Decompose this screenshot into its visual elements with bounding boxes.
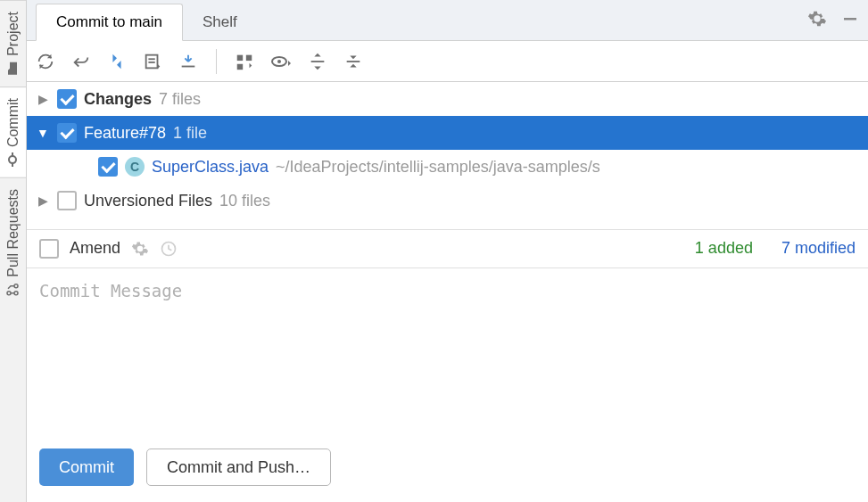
checkbox-file[interactable] xyxy=(98,157,118,177)
pull-request-icon xyxy=(6,283,21,297)
node-count: 7 files xyxy=(159,90,201,109)
diff-icon xyxy=(107,52,127,71)
collapse-icon xyxy=(343,52,363,71)
svg-rect-11 xyxy=(237,54,243,60)
file-name: SuperClass.java xyxy=(152,158,269,177)
settings-button[interactable] xyxy=(807,9,827,29)
chevron-right-icon[interactable]: ▶ xyxy=(36,92,50,106)
sidebar-label: Project xyxy=(5,12,21,56)
sidebar-tab-project[interactable]: Project xyxy=(0,0,26,86)
shelve-button[interactable] xyxy=(178,52,198,71)
commit-and-push-button[interactable]: Commit and Push… xyxy=(146,449,331,486)
class-file-icon: C xyxy=(125,157,145,177)
gear-icon xyxy=(131,240,149,258)
message-history-button[interactable] xyxy=(160,240,178,258)
tree-node-feature[interactable]: ▼ Feature#78 1 file xyxy=(27,116,868,150)
tab-shelf[interactable]: Shelf xyxy=(183,4,257,40)
svg-point-15 xyxy=(277,60,281,63)
toolbar-separator xyxy=(216,49,217,74)
folder-icon xyxy=(6,62,21,76)
changelist-button[interactable] xyxy=(143,52,162,71)
changelist-icon xyxy=(143,52,162,71)
history-icon xyxy=(160,240,178,258)
svg-point-0 xyxy=(10,156,17,163)
commit-message-input[interactable]: Commit Message xyxy=(27,268,868,440)
amend-row: Amend 1 added 7 modified xyxy=(27,229,868,268)
checkbox-changes[interactable] xyxy=(57,89,77,109)
node-count: 1 file xyxy=(173,124,207,143)
node-label: Feature#78 xyxy=(84,124,166,143)
chevron-down-icon[interactable]: ▼ xyxy=(36,126,50,140)
checkbox-feature[interactable] xyxy=(57,123,77,143)
amend-label: Amend xyxy=(70,239,120,258)
side-tool-bar: Project Commit Pull Requests xyxy=(0,0,27,502)
shelve-icon xyxy=(178,52,198,71)
gear-icon xyxy=(807,9,827,29)
svg-point-5 xyxy=(15,284,19,288)
amend-checkbox[interactable] xyxy=(39,239,59,259)
changes-tree: ▶ Changes 7 files ▼ Feature#78 1 file C … xyxy=(27,82,868,229)
refresh-icon xyxy=(36,52,55,71)
rollback-icon xyxy=(71,52,91,71)
group-by-button[interactable] xyxy=(235,52,254,71)
tree-node-changes[interactable]: ▶ Changes 7 files xyxy=(27,82,868,116)
collapse-all-button[interactable] xyxy=(343,52,363,71)
node-label: Changes xyxy=(84,90,152,109)
checkbox-unversioned[interactable] xyxy=(57,191,77,210)
svg-rect-12 xyxy=(246,54,252,60)
svg-rect-13 xyxy=(237,63,243,69)
commit-message-placeholder: Commit Message xyxy=(39,281,856,300)
sidebar-tab-commit[interactable]: Commit xyxy=(0,86,26,177)
svg-point-3 xyxy=(8,292,12,295)
expand-all-button[interactable] xyxy=(308,52,327,71)
tab-commit-to-main[interactable]: Commit to main xyxy=(36,4,183,41)
svg-rect-6 xyxy=(844,18,856,21)
file-path: ~/IdeaProjects/intellij-samples/java-sam… xyxy=(276,158,600,177)
tree-node-unversioned[interactable]: ▶ Unversioned Files 10 files xyxy=(27,184,868,218)
hide-button[interactable] xyxy=(841,10,859,28)
view-options-button[interactable] xyxy=(270,52,292,71)
commit-button[interactable]: Commit xyxy=(39,449,134,486)
sidebar-tab-pull-requests[interactable]: Pull Requests xyxy=(0,177,26,308)
refresh-button[interactable] xyxy=(36,52,55,71)
added-count: 1 added xyxy=(695,239,753,258)
node-count: 10 files xyxy=(219,192,270,210)
group-icon xyxy=(235,52,254,71)
node-label: Unversioned Files xyxy=(84,192,212,210)
tab-bar: Commit to main Shelf xyxy=(27,0,868,41)
modified-count: 7 modified xyxy=(781,239,856,258)
commit-options-button[interactable] xyxy=(131,240,149,258)
commit-panel: Commit to main Shelf ▶ Changes 7 files xyxy=(27,0,868,502)
commit-icon xyxy=(6,152,21,167)
sidebar-label: Pull Requests xyxy=(5,189,21,277)
rollback-button[interactable] xyxy=(71,52,91,71)
commit-toolbar xyxy=(27,41,868,82)
svg-point-4 xyxy=(15,292,19,295)
chevron-right-icon[interactable]: ▶ xyxy=(36,193,50,208)
tree-node-file[interactable]: C SuperClass.java ~/IdeaProjects/intelli… xyxy=(27,150,868,184)
minimize-icon xyxy=(841,10,859,28)
sidebar-label: Commit xyxy=(5,98,21,147)
expand-icon xyxy=(308,52,327,71)
diff-button[interactable] xyxy=(107,52,127,71)
button-row: Commit Commit and Push… xyxy=(27,440,868,502)
eye-icon xyxy=(270,52,292,71)
